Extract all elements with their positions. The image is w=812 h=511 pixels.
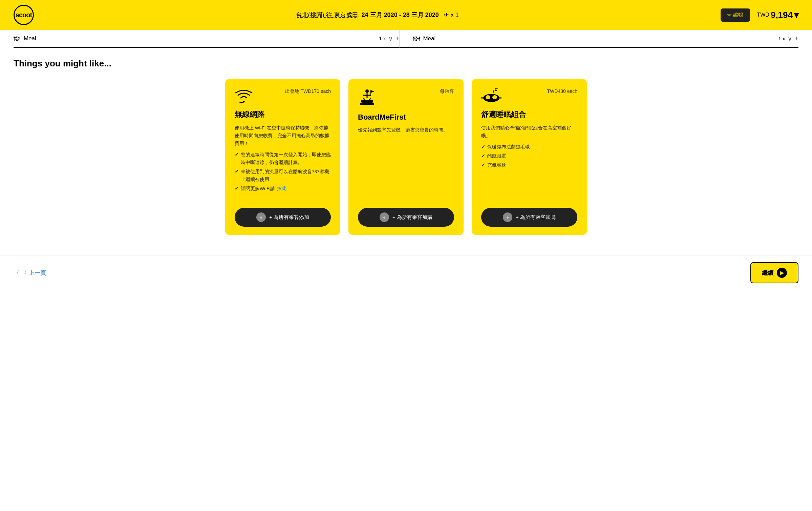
section-title: Things you might like... [14, 58, 798, 69]
continue-button[interactable]: 繼續 ▶ [750, 262, 798, 283]
passenger-count: ✈ x 1 [444, 12, 459, 18]
back-arrow-icon: 〈 [14, 269, 19, 277]
page-header: scoot 台北(桃園) 往 東京成田, 24 三月 2020 - 28 三月 … [0, 0, 812, 30]
wifi-check-2: 未被使用到的流量可以在酷航波音787客機上繼續被使用 [235, 168, 331, 184]
sleep-btn-label: + 為所有乘客加購 [516, 214, 556, 221]
wifi-add-button[interactable]: ● + 為所有乘客添加 [235, 208, 331, 227]
svg-line-4 [369, 98, 371, 100]
meal-label-1: Meal [24, 35, 36, 42]
flight-info: 台北(桃園) 往 東京成田, 24 三月 2020 - 28 三月 2020 ✈… [34, 11, 721, 19]
sleep-title: 舒適睡眠組合 [481, 109, 577, 120]
meal-qty-2: 1 x [778, 36, 785, 41]
svg-point-9 [483, 94, 499, 102]
edit-button[interactable]: ✏ 編輯 [721, 8, 750, 22]
wifi-desc-para: 使用機上 Wi-Fi 在空中隨時保持聯繫。將依據使用時間向您收費，完全不用擔心高… [235, 124, 331, 148]
boardmefirst-price: 每乘客 [440, 88, 454, 95]
meal-item-2: 🍽 Meal 1 x ∨ + [399, 30, 799, 48]
route-text: 台北(桃園) 往 東京成田, [296, 12, 360, 18]
continue-arrow-icon: ▶ [777, 268, 787, 278]
header-right: ✏ 編輯 TWD 9,194 ▾ [721, 8, 798, 22]
footer-nav: 〈 〈 上一頁 繼續 ▶ [0, 255, 812, 290]
boardmefirst-add-button[interactable]: ● + 為所有乘客加購 [358, 208, 454, 227]
svg-line-3 [363, 98, 365, 100]
sleep-add-button[interactable]: ● + 為所有乘客加購 [481, 208, 577, 227]
wifi-btn-label: + 為所有乘客添加 [269, 214, 309, 221]
sleep-card-header: z z z TWD430 each [481, 88, 577, 105]
main-content: Things you might like... [0, 48, 812, 255]
continue-label: 繼續 [762, 269, 773, 277]
boardmefirst-card: 每乘客 BoardMeFirst 優先報到並率先登機，節省您寶貴的時間。 ● +… [348, 79, 464, 235]
logo: scoot [14, 5, 34, 25]
meal-qty-1: 1 x [379, 36, 386, 41]
meal-icon-1: 🍽 [14, 35, 20, 42]
svg-text:z: z [493, 89, 494, 93]
sleep-check-1: 保暖織布法蘭絨毛毯 [481, 143, 577, 151]
back-label: 〈 上一頁 [21, 269, 46, 277]
price-value: 9,194 [771, 10, 793, 20]
wifi-check-3: 詳閱更多Wi-Fi請按此 [235, 185, 331, 193]
meal-decrease-2[interactable]: ∨ [788, 35, 792, 42]
meal-left-1: 🍽 Meal [14, 35, 36, 42]
wifi-card-header: 出發地 TWD170 each [235, 88, 331, 105]
meal-left-2: 🍽 Meal [413, 35, 436, 42]
dates-text: 24 三月 2020 - 28 三月 2020 [362, 12, 439, 18]
svg-point-11 [492, 95, 497, 99]
sleep-check-3: 充氣頸枕 [481, 162, 577, 169]
boardmefirst-btn-icon: ● [380, 212, 389, 222]
svg-rect-7 [361, 100, 373, 103]
currency-label: TWD [757, 12, 769, 18]
price-display: TWD 9,194 ▾ [757, 10, 798, 20]
meal-bar: 🍽 Meal 1 x ∨ + 🍽 Meal 1 x ∨ + [0, 30, 812, 48]
wifi-btn-icon: ● [256, 212, 266, 222]
meal-item-1: 🍽 Meal 1 x ∨ + [14, 30, 399, 48]
svg-marker-6 [371, 90, 374, 93]
sleep-card: z z z TWD430 each 舒適睡眠組合 使用我們精心準備的舒眠組合在高… [472, 79, 587, 235]
chevron-down-icon[interactable]: ▾ [794, 10, 798, 20]
boardmefirst-card-header: 每乘客 [358, 88, 454, 108]
wifi-desc: 使用機上 Wi-Fi 在空中隨時保持聯繫。將依據使用時間向您收費，完全不用擔心高… [235, 124, 331, 193]
boardmefirst-desc: 優先報到並率先登機，節省您寶貴的時間。 [358, 126, 454, 134]
wifi-check-1: 您的連線時間從第一次登入開始，即使您臨時中斷連線，仍會繼續計算。 [235, 151, 331, 167]
sleep-icon: z z z [481, 88, 501, 105]
boardmefirst-icon [358, 88, 376, 108]
meal-increase-1[interactable]: + [396, 35, 399, 42]
meal-label-2: Meal [423, 35, 436, 42]
boardmefirst-btn-label: + 為所有乘客加購 [392, 214, 432, 221]
sleep-desc: 使用我們精心準備的舒眠組合在高空補個好眠。： 保暖織布法蘭絨毛毯 酷航眼罩 充氣… [481, 124, 577, 169]
sleep-price: TWD430 each [547, 88, 577, 94]
boardmefirst-title: BoardMeFirst [358, 113, 454, 122]
sleep-desc-para: 使用我們精心準備的舒眠組合在高空補個好眠。： [481, 124, 577, 140]
svg-rect-8 [360, 103, 374, 105]
wifi-price: 出發地 TWD170 each [285, 88, 331, 95]
meal-controls-1: 1 x ∨ + [379, 35, 399, 42]
boardmefirst-desc-para: 優先報到並率先登機，節省您寶貴的時間。 [358, 126, 454, 134]
svg-text:z: z [495, 88, 497, 92]
svg-text:z: z [497, 88, 499, 90]
svg-point-0 [365, 89, 369, 93]
meal-increase-2[interactable]: + [795, 35, 798, 42]
meal-controls-2: 1 x ∨ + [778, 35, 798, 42]
sleep-btn-icon: ● [503, 212, 512, 222]
wifi-title: 無線網路 [235, 109, 331, 120]
wifi-card: 出發地 TWD170 each 無線網路 使用機上 Wi-Fi 在空中隨時保持聯… [225, 79, 340, 235]
back-button[interactable]: 〈 〈 上一頁 [14, 269, 46, 277]
wifi-link[interactable]: 按此 [277, 185, 286, 193]
meal-decrease-1[interactable]: ∨ [388, 35, 393, 42]
sleep-check-2: 酷航眼罩 [481, 152, 577, 160]
svg-point-10 [486, 95, 490, 99]
wifi-icon [235, 88, 253, 105]
meal-icon-2: 🍽 [413, 35, 420, 42]
cards-row: 出發地 TWD170 each 無線網路 使用機上 Wi-Fi 在空中隨時保持聯… [14, 79, 798, 235]
